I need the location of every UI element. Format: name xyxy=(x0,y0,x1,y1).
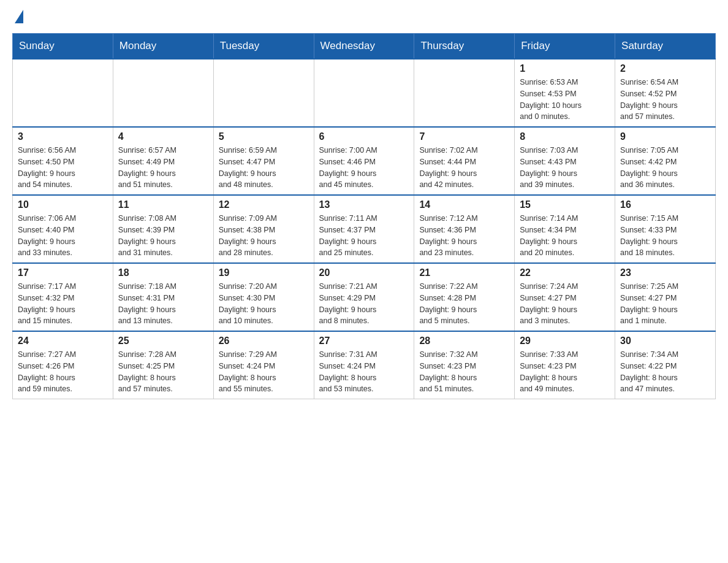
day-info: Sunrise: 7:12 AM Sunset: 4:36 PM Dayligh… xyxy=(419,213,509,259)
day-info: Sunrise: 7:05 AM Sunset: 4:42 PM Dayligh… xyxy=(620,145,710,191)
day-info: Sunrise: 6:57 AM Sunset: 4:49 PM Dayligh… xyxy=(118,145,208,191)
day-number: 24 xyxy=(18,335,108,347)
calendar-cell xyxy=(13,59,113,127)
calendar-cell: 21Sunrise: 7:22 AM Sunset: 4:28 PM Dayli… xyxy=(414,263,515,331)
day-info: Sunrise: 7:09 AM Sunset: 4:38 PM Dayligh… xyxy=(219,213,309,259)
day-info: Sunrise: 7:20 AM Sunset: 4:30 PM Dayligh… xyxy=(219,281,309,327)
day-number: 12 xyxy=(219,199,309,210)
day-number: 6 xyxy=(319,131,409,142)
day-info: Sunrise: 7:14 AM Sunset: 4:34 PM Dayligh… xyxy=(520,213,610,259)
day-info: Sunrise: 7:34 AM Sunset: 4:22 PM Dayligh… xyxy=(620,349,710,395)
day-info: Sunrise: 7:29 AM Sunset: 4:24 PM Dayligh… xyxy=(219,349,309,395)
calendar-cell: 27Sunrise: 7:31 AM Sunset: 4:24 PM Dayli… xyxy=(314,331,414,399)
calendar-cell: 10Sunrise: 7:06 AM Sunset: 4:40 PM Dayli… xyxy=(13,195,113,263)
column-header-wednesday: Wednesday xyxy=(314,34,414,59)
day-number: 25 xyxy=(118,335,208,347)
calendar-cell xyxy=(414,59,515,127)
week-row-1: 1Sunrise: 6:53 AM Sunset: 4:53 PM Daylig… xyxy=(13,59,716,127)
day-info: Sunrise: 7:27 AM Sunset: 4:26 PM Dayligh… xyxy=(18,349,108,395)
column-header-thursday: Thursday xyxy=(414,34,515,59)
calendar-cell: 14Sunrise: 7:12 AM Sunset: 4:36 PM Dayli… xyxy=(414,195,515,263)
day-number: 30 xyxy=(620,335,710,347)
calendar-cell: 20Sunrise: 7:21 AM Sunset: 4:29 PM Dayli… xyxy=(314,263,414,331)
calendar-cell: 3Sunrise: 6:56 AM Sunset: 4:50 PM Daylig… xyxy=(13,127,113,195)
day-info: Sunrise: 7:15 AM Sunset: 4:33 PM Dayligh… xyxy=(620,213,710,259)
day-number: 3 xyxy=(18,131,108,142)
day-info: Sunrise: 6:54 AM Sunset: 4:52 PM Dayligh… xyxy=(620,77,710,123)
day-number: 11 xyxy=(118,199,208,210)
week-row-5: 24Sunrise: 7:27 AM Sunset: 4:26 PM Dayli… xyxy=(13,331,716,399)
day-info: Sunrise: 6:56 AM Sunset: 4:50 PM Dayligh… xyxy=(18,145,108,191)
day-number: 19 xyxy=(219,267,309,278)
calendar-cell: 1Sunrise: 6:53 AM Sunset: 4:53 PM Daylig… xyxy=(515,59,615,127)
calendar-cell: 11Sunrise: 7:08 AM Sunset: 4:39 PM Dayli… xyxy=(113,195,213,263)
day-number: 29 xyxy=(520,335,610,347)
calendar-cell: 18Sunrise: 7:18 AM Sunset: 4:31 PM Dayli… xyxy=(113,263,213,331)
calendar-cell: 2Sunrise: 6:54 AM Sunset: 4:52 PM Daylig… xyxy=(615,59,716,127)
day-number: 23 xyxy=(620,267,710,278)
day-number: 26 xyxy=(219,335,309,347)
calendar-cell: 24Sunrise: 7:27 AM Sunset: 4:26 PM Dayli… xyxy=(13,331,113,399)
calendar-cell: 8Sunrise: 7:03 AM Sunset: 4:43 PM Daylig… xyxy=(515,127,615,195)
logo xyxy=(12,12,23,23)
calendar-cell: 12Sunrise: 7:09 AM Sunset: 4:38 PM Dayli… xyxy=(213,195,314,263)
day-number: 14 xyxy=(419,199,509,210)
calendar-cell: 22Sunrise: 7:24 AM Sunset: 4:27 PM Dayli… xyxy=(515,263,615,331)
logo-triangle-icon xyxy=(15,10,23,23)
day-number: 28 xyxy=(419,335,509,347)
day-number: 21 xyxy=(419,267,509,278)
day-number: 8 xyxy=(520,131,610,142)
calendar-cell xyxy=(213,59,314,127)
day-number: 2 xyxy=(620,63,710,74)
day-number: 7 xyxy=(419,131,509,142)
calendar-cell: 26Sunrise: 7:29 AM Sunset: 4:24 PM Dayli… xyxy=(213,331,314,399)
day-info: Sunrise: 7:11 AM Sunset: 4:37 PM Dayligh… xyxy=(319,213,409,259)
day-info: Sunrise: 7:03 AM Sunset: 4:43 PM Dayligh… xyxy=(520,145,610,191)
column-header-tuesday: Tuesday xyxy=(213,34,314,59)
day-number: 10 xyxy=(18,199,108,210)
day-info: Sunrise: 6:59 AM Sunset: 4:47 PM Dayligh… xyxy=(219,145,309,191)
day-number: 22 xyxy=(520,267,610,278)
day-number: 13 xyxy=(319,199,409,210)
calendar-cell: 13Sunrise: 7:11 AM Sunset: 4:37 PM Dayli… xyxy=(314,195,414,263)
day-info: Sunrise: 7:17 AM Sunset: 4:32 PM Dayligh… xyxy=(18,281,108,327)
day-number: 18 xyxy=(118,267,208,278)
day-info: Sunrise: 7:06 AM Sunset: 4:40 PM Dayligh… xyxy=(18,213,108,259)
day-number: 1 xyxy=(520,63,610,74)
day-number: 9 xyxy=(620,131,710,142)
week-row-2: 3Sunrise: 6:56 AM Sunset: 4:50 PM Daylig… xyxy=(13,127,716,195)
column-header-sunday: Sunday xyxy=(13,34,113,59)
day-info: Sunrise: 7:21 AM Sunset: 4:29 PM Dayligh… xyxy=(319,281,409,327)
calendar-cell: 7Sunrise: 7:02 AM Sunset: 4:44 PM Daylig… xyxy=(414,127,515,195)
day-info: Sunrise: 6:53 AM Sunset: 4:53 PM Dayligh… xyxy=(520,77,610,123)
day-info: Sunrise: 7:25 AM Sunset: 4:27 PM Dayligh… xyxy=(620,281,710,327)
calendar-cell: 17Sunrise: 7:17 AM Sunset: 4:32 PM Dayli… xyxy=(13,263,113,331)
calendar-cell xyxy=(314,59,414,127)
day-info: Sunrise: 7:18 AM Sunset: 4:31 PM Dayligh… xyxy=(118,281,208,327)
day-number: 27 xyxy=(319,335,409,347)
day-number: 17 xyxy=(18,267,108,278)
column-header-saturday: Saturday xyxy=(615,34,716,59)
week-row-3: 10Sunrise: 7:06 AM Sunset: 4:40 PM Dayli… xyxy=(13,195,716,263)
day-info: Sunrise: 7:00 AM Sunset: 4:46 PM Dayligh… xyxy=(319,145,409,191)
calendar-cell: 19Sunrise: 7:20 AM Sunset: 4:30 PM Dayli… xyxy=(213,263,314,331)
day-info: Sunrise: 7:02 AM Sunset: 4:44 PM Dayligh… xyxy=(419,145,509,191)
calendar-cell xyxy=(113,59,213,127)
day-info: Sunrise: 7:32 AM Sunset: 4:23 PM Dayligh… xyxy=(419,349,509,395)
column-header-friday: Friday xyxy=(515,34,615,59)
day-number: 15 xyxy=(520,199,610,210)
day-number: 16 xyxy=(620,199,710,210)
page-header xyxy=(12,12,716,23)
calendar-cell: 9Sunrise: 7:05 AM Sunset: 4:42 PM Daylig… xyxy=(615,127,716,195)
calendar-cell: 23Sunrise: 7:25 AM Sunset: 4:27 PM Dayli… xyxy=(615,263,716,331)
day-info: Sunrise: 7:33 AM Sunset: 4:23 PM Dayligh… xyxy=(520,349,610,395)
calendar-cell: 5Sunrise: 6:59 AM Sunset: 4:47 PM Daylig… xyxy=(213,127,314,195)
day-number: 20 xyxy=(319,267,409,278)
calendar-cell: 30Sunrise: 7:34 AM Sunset: 4:22 PM Dayli… xyxy=(615,331,716,399)
calendar-header-row: SundayMondayTuesdayWednesdayThursdayFrid… xyxy=(13,34,716,59)
calendar-cell: 15Sunrise: 7:14 AM Sunset: 4:34 PM Dayli… xyxy=(515,195,615,263)
day-number: 5 xyxy=(219,131,309,142)
calendar-cell: 4Sunrise: 6:57 AM Sunset: 4:49 PM Daylig… xyxy=(113,127,213,195)
week-row-4: 17Sunrise: 7:17 AM Sunset: 4:32 PM Dayli… xyxy=(13,263,716,331)
calendar-cell: 6Sunrise: 7:00 AM Sunset: 4:46 PM Daylig… xyxy=(314,127,414,195)
